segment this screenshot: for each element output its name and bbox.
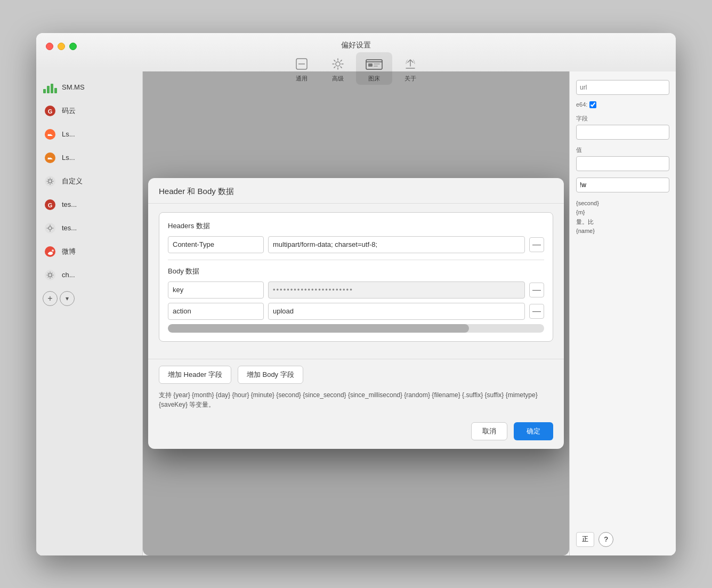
confirm-button[interactable]: 确定 — [514, 422, 553, 440]
sidebar-item-test2[interactable]: tes... — [36, 216, 142, 240]
sidebar-label-lsky2: Ls... — [62, 154, 75, 162]
verify-button[interactable]: 正 — [576, 532, 594, 547]
sidebar-label-test2: tes... — [62, 224, 77, 232]
test1-icon: G — [43, 197, 58, 212]
section-divider — [168, 260, 544, 260]
header-field-row-0: — — [168, 236, 544, 253]
svg-rect-7 — [374, 66, 378, 67]
base64-checkbox[interactable] — [589, 101, 596, 108]
imagebed-icon — [365, 54, 384, 74]
modal-overlay: Header 和 Body 数据 Headers 数据 — — [143, 71, 569, 555]
window-title: 偏好设置 — [341, 41, 371, 50]
sidebar-label-custom2: ch... — [62, 271, 75, 279]
add-body-button[interactable]: 增加 Body 字段 — [238, 366, 303, 384]
modal-body: Headers 数据 — Body 数据 — [148, 204, 564, 359]
minimize-button[interactable] — [58, 43, 65, 50]
template-vars: {second} {m} 量。比 {name} — [576, 199, 669, 236]
base64-checkbox-row: e64: — [576, 101, 669, 108]
base64-row: e64: — [576, 101, 669, 108]
remove-body-btn-0[interactable]: — — [529, 283, 544, 297]
right-footer-buttons: 正 ? — [576, 532, 669, 547]
field-label: 字段 — [576, 115, 669, 123]
svg-point-13 — [48, 157, 50, 159]
add-item-button[interactable]: + — [43, 291, 58, 306]
body-value-input-1[interactable] — [268, 303, 525, 320]
sidebar-label-gitee: 码云 — [62, 106, 76, 116]
general-icon — [292, 54, 311, 74]
svg-point-2 — [336, 62, 340, 66]
help-button[interactable]: ? — [598, 532, 613, 547]
sidebar-item-custom2[interactable]: ch... — [36, 263, 142, 287]
lsky2-icon — [43, 150, 58, 165]
data-panel: Headers 数据 — Body 数据 — [159, 212, 553, 342]
base64-label: e64: — [576, 101, 587, 108]
sidebar-item-lsky1[interactable]: Ls... — [36, 123, 142, 146]
svg-point-18 — [45, 223, 55, 233]
url-input[interactable] — [576, 80, 669, 95]
svg-point-11 — [48, 134, 50, 135]
sidebar-item-test1[interactable]: G tes... — [36, 193, 142, 216]
remove-body-btn-1[interactable]: — — [529, 304, 544, 319]
value-input[interactable] — [576, 156, 669, 171]
sidebar-label-lsky1: Ls... — [62, 130, 75, 138]
url-row — [576, 80, 669, 95]
maximize-button[interactable] — [69, 43, 77, 50]
sidebar-label-custom1: 自定义 — [62, 176, 83, 186]
add-header-button[interactable]: 增加 Header 字段 — [159, 366, 231, 384]
field-input-right[interactable] — [576, 125, 669, 140]
svg-point-22 — [45, 270, 55, 280]
modal-footer: 取消 确定 — [148, 416, 564, 449]
scrollbar-area[interactable] — [168, 324, 544, 333]
template-input[interactable] — [576, 178, 669, 192]
sidebar-item-gitee[interactable]: G 码云 — [36, 99, 142, 123]
custom1-icon — [43, 174, 58, 189]
title-bar: 偏好设置 通用 高级 — [36, 33, 676, 71]
body-field-row-0: — — [168, 281, 544, 299]
body-section-title: Body 数据 — [168, 267, 544, 276]
body-key-input-1[interactable] — [168, 303, 264, 320]
modal-title-text: Header 和 Body 数据 — [159, 187, 234, 196]
body-value-input-0[interactable] — [268, 281, 525, 299]
svg-text:G: G — [48, 202, 53, 208]
sidebar-label-weibo: 微博 — [62, 247, 76, 256]
body-key-input-0[interactable] — [168, 281, 264, 299]
cancel-button[interactable]: 取消 — [471, 422, 507, 440]
sidebar-item-smms[interactable]: SM.MS — [36, 76, 142, 99]
field-row-right: 字段 — [576, 115, 669, 140]
test2-icon — [43, 221, 58, 236]
lsky1-icon — [43, 127, 58, 142]
sidebar-item-lsky2[interactable]: Ls... — [36, 146, 142, 170]
value-label: 值 — [576, 146, 669, 154]
headers-section-title: Headers 数据 — [168, 221, 544, 231]
upload-icon — [401, 54, 420, 74]
template-row — [576, 178, 669, 192]
body-field-row-1: — — [168, 303, 544, 320]
gear-icon — [328, 54, 347, 74]
gitee-icon: G — [43, 103, 58, 118]
weibo-icon — [43, 244, 58, 259]
remove-header-btn-0[interactable]: — — [529, 237, 544, 252]
svg-text:G: G — [48, 108, 53, 115]
dropdown-button[interactable]: ▾ — [60, 291, 75, 306]
modal-actions: 增加 Header 字段 增加 Body 字段 — [148, 359, 564, 390]
sidebar-label-test1: tes... — [62, 200, 77, 208]
svg-point-21 — [52, 249, 54, 252]
custom2-icon — [43, 268, 58, 283]
header-key-input-0[interactable] — [168, 236, 264, 253]
sidebar-item-weibo[interactable]: 微博 — [36, 240, 142, 263]
smms-icon — [43, 80, 58, 95]
close-button[interactable] — [46, 43, 53, 50]
sidebar-item-custom1[interactable]: 自定义 — [36, 170, 142, 193]
svg-rect-6 — [374, 63, 380, 65]
value-row: 值 — [576, 146, 669, 171]
scrollbar-thumb — [168, 324, 469, 333]
app-content: SM.MS G 码云 Ls... — [36, 71, 676, 555]
app-window: 偏好设置 通用 高级 — [36, 33, 676, 555]
main-panel: Header 和 Body 数据 Headers 数据 — — [143, 71, 569, 555]
svg-rect-5 — [368, 63, 373, 67]
sidebar-footer: + ▾ — [36, 287, 142, 310]
right-panel: e64: 字段 值 {second} {m} 量。比 {name} — [569, 71, 676, 555]
sidebar-label-smms: SM.MS — [62, 83, 85, 91]
header-value-input-0[interactable] — [268, 236, 525, 253]
svg-point-14 — [45, 176, 55, 187]
